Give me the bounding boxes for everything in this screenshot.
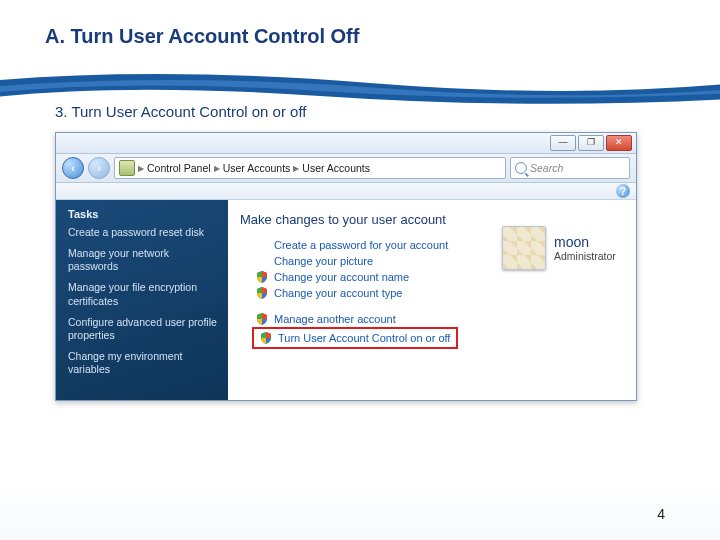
forward-button[interactable]: ›	[88, 157, 110, 179]
shield-icon	[256, 313, 268, 325]
tasks-sidebar: Tasks Create a password reset disk Manag…	[56, 200, 228, 400]
highlighted-uac-link: Turn User Account Control on or off	[252, 327, 458, 349]
shield-icon	[256, 271, 268, 283]
slide-title: A. Turn User Account Control Off	[0, 0, 720, 48]
search-input[interactable]: Search	[510, 157, 630, 179]
sidebar-heading: Tasks	[68, 208, 218, 220]
search-placeholder: Search	[530, 162, 563, 174]
task-link[interactable]: Manage your network passwords	[68, 247, 218, 273]
breadcrumb-item[interactable]: User Accounts	[223, 162, 291, 174]
control-panel-icon	[119, 160, 135, 176]
chevron-right-icon: ▶	[293, 164, 299, 173]
minimize-button[interactable]: —	[550, 135, 576, 151]
action-turn-uac-off[interactable]: Turn User Account Control on or off	[256, 330, 454, 346]
navigation-bar: ‹ › ▶ Control Panel ▶ User Accounts ▶ Us…	[56, 154, 636, 183]
maximize-button[interactable]: ❐	[578, 135, 604, 151]
main-heading: Make changes to your user account	[240, 212, 624, 227]
action-change-type[interactable]: Change your account type	[240, 285, 624, 301]
close-button[interactable]: ✕	[606, 135, 632, 151]
task-link[interactable]: Configure advanced user profile properti…	[68, 316, 218, 342]
help-button[interactable]: ?	[616, 184, 630, 198]
decorative-swoosh	[0, 58, 720, 118]
screenshot-window: — ❐ ✕ ‹ › ▶ Control Panel ▶ User Account…	[55, 132, 637, 401]
breadcrumb-item[interactable]: User Accounts	[302, 162, 370, 174]
user-account-box: moon Administrator	[502, 226, 622, 270]
task-link[interactable]: Manage your file encryption certificates	[68, 281, 218, 307]
shield-icon	[256, 287, 268, 299]
task-link[interactable]: Create a password reset disk	[68, 226, 218, 239]
page-number: 4	[657, 506, 665, 522]
user-role: Administrator	[554, 250, 616, 262]
shield-icon	[260, 332, 272, 344]
avatar	[502, 226, 546, 270]
footer-decoration	[0, 480, 720, 540]
main-panel: Make changes to your user account Create…	[228, 200, 636, 400]
back-button[interactable]: ‹	[62, 157, 84, 179]
breadcrumb-item[interactable]: Control Panel	[147, 162, 211, 174]
user-info: moon Administrator	[554, 234, 616, 262]
toolbar: ?	[56, 183, 636, 200]
chevron-right-icon: ▶	[214, 164, 220, 173]
action-change-name[interactable]: Change your account name	[240, 269, 624, 285]
search-icon	[515, 162, 527, 174]
window-titlebar: — ❐ ✕	[56, 133, 636, 154]
chevron-right-icon: ▶	[138, 164, 144, 173]
action-manage-another[interactable]: Manage another account	[240, 311, 624, 327]
task-link[interactable]: Change my environment variables	[68, 350, 218, 376]
user-name: moon	[554, 234, 616, 250]
address-breadcrumb[interactable]: ▶ Control Panel ▶ User Accounts ▶ User A…	[114, 157, 506, 179]
